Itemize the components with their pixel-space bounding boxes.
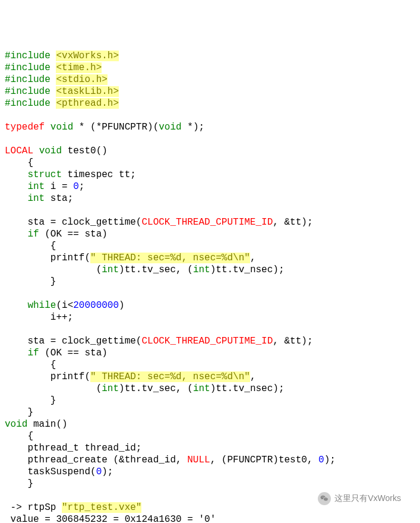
- stmt-increment: i++;: [5, 312, 73, 323]
- call-end: );: [324, 455, 336, 465]
- keyword-int: int: [193, 264, 210, 275]
- arg1: )tt.tv_sec, (: [119, 264, 193, 275]
- decl-i: i =: [45, 181, 73, 192]
- literal-zero: 0: [73, 181, 79, 192]
- if-cond: (OK == sta): [39, 229, 108, 240]
- include-header: <time.h>: [56, 62, 102, 73]
- arg2: )tt.tv_nsec);: [210, 264, 285, 275]
- brace-open: {: [5, 360, 56, 370]
- wechat-icon: [318, 492, 331, 505]
- include-header: <taskLib.h>: [56, 86, 119, 97]
- decl-pthread: pthread_t thread_id;: [5, 443, 141, 453]
- decl-sta: sta;: [45, 193, 73, 204]
- typedef-body: * (*PFUNCPTR)(: [73, 122, 159, 133]
- code-block: #include <vxWorks.h> #include <time.h> #…: [5, 50, 415, 523]
- arg2: )tt.tv_nsec);: [210, 383, 285, 394]
- keyword-while: while: [27, 300, 56, 311]
- keyword-int: int: [102, 383, 119, 394]
- keyword-void: void: [50, 122, 73, 133]
- keyword-if: if: [27, 348, 39, 358]
- func-name-main: main(): [27, 419, 67, 430]
- semicolon: ;: [79, 181, 85, 192]
- shell-prompt: -> rtpSp: [5, 502, 62, 513]
- call-clock-gettime: sta = clock_gettime(: [5, 336, 141, 346]
- keyword-if: if: [27, 229, 39, 240]
- call-args: , &tt);: [273, 336, 312, 346]
- string-format: " THREAD: sec=%d, nsec=%d\n": [90, 253, 250, 263]
- keyword-void: void: [5, 419, 27, 430]
- include-directive: #include: [5, 51, 56, 61]
- call-clock-gettime: sta = clock_gettime(: [5, 217, 141, 228]
- call-printf: printf(: [5, 253, 90, 263]
- call-args: , &tt);: [273, 217, 312, 228]
- include-directive: #include: [5, 86, 56, 97]
- arg-indent: (: [5, 264, 102, 275]
- const-null: NULL: [187, 455, 210, 465]
- keyword-local: LOCAL: [5, 146, 33, 156]
- brace-open: {: [5, 241, 56, 251]
- watermark: 这里只有VxWorks: [311, 490, 408, 508]
- typedef-end: *);: [182, 122, 204, 133]
- keyword-int: int: [193, 383, 210, 394]
- keyword-int: int: [27, 181, 45, 192]
- call-end: );: [102, 467, 113, 477]
- include-header: <vxWorks.h>: [56, 51, 119, 61]
- call-pthread-create: pthread_create (&thread_id,: [5, 455, 187, 465]
- keyword-int: int: [102, 264, 119, 275]
- arg1: )tt.tv_sec, (: [119, 383, 193, 394]
- comma: ,: [250, 253, 256, 263]
- keyword-typedef: typedef: [5, 122, 45, 133]
- keyword-struct: struct: [27, 169, 62, 180]
- keyword-void: void: [159, 122, 181, 133]
- brace-open: {: [5, 157, 33, 168]
- decl-timespec: timespec tt;: [62, 169, 136, 180]
- if-cond: (OK == sta): [39, 348, 108, 358]
- string-filename: "rtp_test.vxe": [62, 502, 141, 513]
- include-header: <pthread.h>: [56, 98, 119, 109]
- func-name-test0: test0(): [62, 146, 108, 156]
- keyword-void: void: [39, 146, 62, 156]
- const-clock-id: CLOCK_THREAD_CPUTIME_ID: [141, 336, 273, 346]
- call-tasksuspend: taskSuspend(: [5, 467, 96, 477]
- brace-open: {: [5, 431, 33, 442]
- include-directive: #include: [5, 98, 56, 109]
- brace-close: }: [5, 478, 33, 489]
- brace-close: }: [5, 395, 56, 406]
- include-header: <stdio.h>: [56, 74, 107, 85]
- string-format: " THREAD: sec=%d, nsec=%d\n": [90, 371, 250, 382]
- keyword-int: int: [27, 193, 45, 204]
- shell-output: value = 306845232 = 0x124a1630 = '0': [5, 514, 216, 523]
- literal-zero: 0: [318, 455, 324, 465]
- const-clock-id: CLOCK_THREAD_CPUTIME_ID: [141, 217, 273, 228]
- while-cond: (i<: [56, 300, 73, 311]
- include-directive: #include: [5, 74, 56, 85]
- while-cond-close: ): [119, 300, 125, 311]
- watermark-text: 这里只有VxWorks: [334, 493, 401, 504]
- comma: ,: [250, 371, 256, 382]
- literal-zero: 0: [96, 467, 102, 477]
- brace-close: }: [5, 276, 56, 287]
- brace-close: }: [5, 407, 33, 418]
- literal-num: 20000000: [73, 300, 119, 311]
- arg-indent: (: [5, 383, 102, 394]
- call-args: , (PFUNCPTR)test0,: [210, 455, 318, 465]
- call-printf: printf(: [5, 371, 90, 382]
- include-directive: #include: [5, 62, 56, 73]
